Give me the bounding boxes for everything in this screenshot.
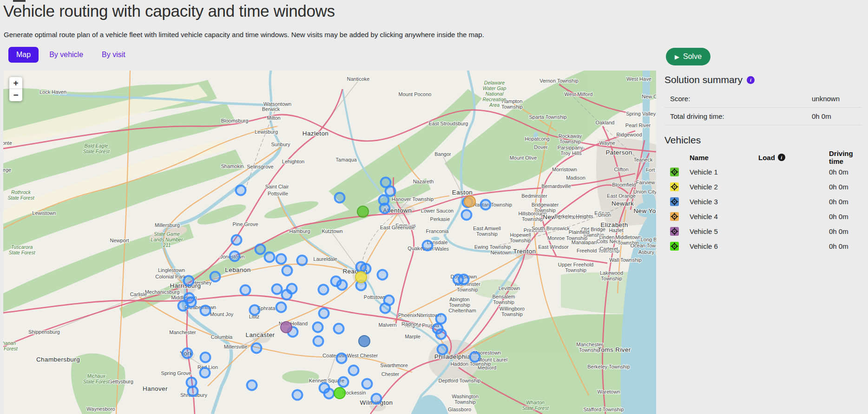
visit-marker[interactable] bbox=[386, 187, 395, 196]
visit-marker[interactable] bbox=[438, 345, 447, 355]
visit-marker[interactable] bbox=[381, 304, 390, 313]
tab-by-vehicle[interactable]: By vehicle bbox=[41, 47, 91, 63]
visit-marker[interactable] bbox=[184, 276, 194, 286]
visit-marker[interactable] bbox=[334, 324, 344, 334]
tab-map[interactable]: Map bbox=[8, 47, 39, 63]
visit-marker[interactable] bbox=[314, 336, 323, 346]
vehicle-row: Vehicle 20h 0m bbox=[664, 179, 861, 194]
visit-marker[interactable] bbox=[188, 387, 198, 396]
vehicle-crosshair-icon bbox=[670, 212, 679, 221]
map-label-place: Millersburg bbox=[155, 222, 180, 228]
solution-summary-heading: Solution summary i bbox=[664, 74, 861, 85]
map-label-place: RockawayTownship bbox=[559, 133, 582, 144]
depot-marker-vehicle-5[interactable] bbox=[281, 322, 292, 333]
visit-marker[interactable] bbox=[470, 352, 480, 362]
visit-marker[interactable] bbox=[313, 323, 323, 332]
map-label-place: Perkasie bbox=[430, 216, 450, 222]
visit-marker[interactable] bbox=[337, 354, 347, 363]
visit-marker[interactable] bbox=[247, 381, 257, 390]
visit-marker[interactable] bbox=[276, 254, 286, 264]
vehicles-table-header: Name Load i Driving time bbox=[664, 149, 861, 163]
visit-marker[interactable] bbox=[372, 394, 381, 404]
vehicle-name: Vehicle 5 bbox=[690, 227, 758, 235]
visit-marker[interactable] bbox=[272, 285, 282, 294]
map-label-place: Manchester bbox=[169, 330, 196, 335]
map-label-place: Chester bbox=[381, 371, 400, 377]
visit-marker[interactable] bbox=[462, 210, 472, 220]
map-label-place: Easton bbox=[452, 189, 473, 196]
visit-marker[interactable] bbox=[319, 309, 329, 318]
zoom-in-button[interactable]: + bbox=[9, 77, 22, 89]
vehicle-row: Vehicle 40h 0m bbox=[664, 209, 861, 224]
visit-marker[interactable] bbox=[362, 379, 372, 389]
map-canvas[interactable]: + − bbox=[3, 71, 656, 414]
visit-marker[interactable] bbox=[256, 245, 265, 254]
visit-marker[interactable] bbox=[324, 389, 334, 399]
visit-marker[interactable] bbox=[378, 270, 388, 280]
map-label-place: Bangor bbox=[434, 151, 451, 157]
depot-marker-vehicle-6[interactable] bbox=[334, 388, 345, 399]
map-label-place: Tamaqua bbox=[335, 157, 357, 162]
visit-marker[interactable] bbox=[230, 252, 240, 261]
vehicle-row: Vehicle 10h 0m bbox=[664, 164, 861, 179]
visit-marker[interactable] bbox=[276, 303, 286, 312]
visit-marker[interactable] bbox=[339, 377, 349, 387]
visit-marker[interactable] bbox=[335, 193, 345, 203]
visit-marker[interactable] bbox=[250, 305, 260, 315]
map-label-place: Nanticoke bbox=[347, 76, 370, 82]
visit-marker[interactable] bbox=[337, 280, 347, 290]
visit-marker[interactable] bbox=[186, 298, 196, 307]
tab-by-visit[interactable]: By visit bbox=[94, 47, 133, 63]
map-label-place: ege bbox=[3, 167, 11, 173]
visit-marker[interactable] bbox=[293, 390, 302, 400]
solve-button[interactable]: ▶ Solve bbox=[666, 48, 710, 65]
visit-marker[interactable] bbox=[183, 349, 192, 358]
map-label-place: WillingboroTownship bbox=[500, 306, 525, 317]
visit-marker[interactable] bbox=[232, 235, 242, 245]
visit-marker[interactable] bbox=[201, 306, 210, 316]
solution-summary-info-icon[interactable]: i bbox=[747, 76, 755, 84]
vehicle-row: Vehicle 60h 0m bbox=[664, 239, 861, 253]
visit-marker[interactable] bbox=[436, 330, 446, 339]
visit-marker[interactable] bbox=[201, 353, 210, 362]
visit-marker[interactable] bbox=[265, 252, 275, 262]
visit-marker[interactable] bbox=[252, 343, 262, 353]
visit-marker[interactable] bbox=[459, 275, 469, 285]
vehicle-driving-time: 0h 0m bbox=[829, 198, 861, 206]
map-label-place: Mount Pocono bbox=[399, 91, 432, 97]
map-label-place: Hanover Township bbox=[392, 196, 434, 202]
map-label-place: Paterson bbox=[605, 149, 632, 156]
map-label-place: Pearl River bbox=[625, 123, 651, 128]
zoom-out-button[interactable]: − bbox=[9, 89, 22, 101]
map-label-place: West Have bbox=[626, 76, 651, 82]
load-info-icon[interactable]: i bbox=[778, 154, 785, 161]
visit-marker[interactable] bbox=[349, 366, 359, 375]
map-label-place: Ridgewood bbox=[616, 132, 642, 137]
visit-marker[interactable] bbox=[241, 285, 250, 295]
visit-marker[interactable] bbox=[319, 285, 329, 295]
map-label-place: Sparta Township bbox=[529, 114, 566, 120]
map-svg: Lock HavenWatsontownMiltonLewisburgBerwi… bbox=[3, 71, 656, 414]
map-label-place: Union City bbox=[633, 189, 656, 194]
depot-marker-vehicle-4[interactable] bbox=[464, 196, 475, 207]
visit-marker[interactable] bbox=[436, 314, 446, 324]
visit-marker[interactable] bbox=[380, 204, 390, 213]
visit-marker[interactable] bbox=[423, 241, 433, 251]
solution-summary-title: Solution summary bbox=[664, 74, 743, 85]
visit-marker[interactable] bbox=[297, 256, 307, 265]
map-label-place: Newport bbox=[110, 238, 129, 243]
visit-marker[interactable] bbox=[282, 290, 292, 300]
vehicles-col-driving-time: Driving time bbox=[829, 149, 861, 165]
depot-marker-vehicle-1[interactable] bbox=[357, 206, 368, 217]
visit-marker[interactable] bbox=[481, 200, 491, 210]
visit-marker[interactable] bbox=[236, 186, 246, 195]
visit-marker[interactable] bbox=[200, 368, 210, 378]
visit-marker[interactable] bbox=[283, 266, 292, 276]
depot-marker-vehicle-2[interactable] bbox=[355, 272, 367, 283]
map-label-place: Carlisle bbox=[130, 291, 147, 297]
visit-marker[interactable] bbox=[210, 272, 220, 282]
depot-marker-vehicle-3[interactable] bbox=[359, 336, 370, 347]
map-label-place: Clifton bbox=[614, 167, 628, 172]
map-label-place: Hanover bbox=[143, 385, 168, 392]
map-label-place: HopewellTownship bbox=[510, 232, 531, 243]
